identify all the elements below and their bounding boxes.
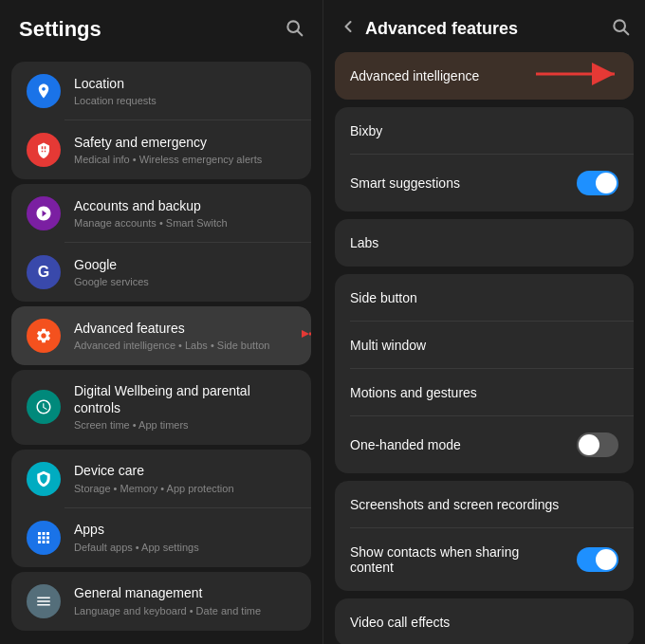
general-subtitle: Language and keyboard • Date and time [74, 604, 296, 617]
right-item-screenshots[interactable]: Screenshots and screen recordings [335, 481, 634, 528]
right-search-icon[interactable] [611, 17, 630, 41]
apps-subtitle: Default apps • App settings [74, 541, 296, 554]
side-button-title: Side button [350, 290, 417, 305]
right-settings-list: Advanced intelligence Bixby [323, 52, 645, 644]
wellbeing-subtitle: Screen time • App timers [74, 418, 296, 432]
right-item-side-button[interactable]: Side button [335, 274, 634, 322]
accounts-text: Accounts and backup Manage accounts • Sm… [74, 197, 296, 230]
right-item-advanced-intel[interactable]: Advanced intelligence [335, 52, 634, 100]
device-care-subtitle: Storage • Memory • App protection [74, 482, 296, 495]
settings-item-advanced[interactable]: Advanced features Advanced intelligence … [11, 306, 311, 365]
right-item-multi-window[interactable]: Multi window [335, 322, 634, 369]
right-item-labs[interactable]: Labs [335, 219, 634, 267]
screenshots-title: Screenshots and screen recordings [350, 497, 559, 512]
settings-item-google[interactable]: G Google Google services [11, 243, 311, 302]
video-effects-title: Video call effects [350, 615, 450, 630]
contacts-sharing-title: Show contacts when sharing content [350, 544, 549, 575]
contacts-sharing-knob [596, 549, 617, 570]
apps-icon [27, 521, 61, 555]
settings-group-6: General management Language and keyboard… [11, 572, 311, 631]
advanced-title: Advanced features [74, 320, 296, 337]
apps-text: Apps Default apps • App settings [74, 521, 296, 553]
smart-suggestions-toggle[interactable] [577, 171, 618, 195]
right-item-bixby[interactable]: Bixby [335, 107, 634, 155]
advanced-intel-title: Advanced intelligence [350, 68, 479, 83]
settings-item-location[interactable]: Location Location requests [11, 62, 311, 120]
google-icon: G [27, 255, 61, 289]
accounts-icon [27, 196, 61, 230]
back-button[interactable] [339, 17, 358, 41]
right-group-4: Side button Multi window Motions and ges… [335, 274, 634, 473]
advanced-subtitle: Advanced intelligence • Labs • Side butt… [74, 339, 296, 352]
toggle-knob [596, 173, 617, 193]
device-care-text: Device care Storage • Memory • App prote… [74, 462, 296, 494]
motions-title: Motions and gestures [350, 385, 477, 400]
general-icon [27, 584, 61, 618]
smart-suggestions-title: Smart suggestions [350, 175, 460, 191]
labs-title: Labs [350, 235, 378, 250]
right-item-contacts-sharing[interactable]: Show contacts when sharing content [335, 528, 634, 591]
wellbeing-icon [27, 390, 61, 424]
wellbeing-text: Digital Wellbeing and parental controls … [74, 382, 296, 432]
left-header: Settings [0, 0, 322, 53]
settings-item-device-care[interactable]: Device care Storage • Memory • App prote… [11, 450, 311, 508]
one-handed-title: One-handed mode [350, 437, 461, 452]
google-subtitle: Google services [74, 275, 296, 288]
settings-item-accounts[interactable]: Accounts and backup Manage accounts • Sm… [11, 184, 311, 243]
general-text: General management Language and keyboard… [74, 584, 296, 616]
safety-title: Safety and emergency [74, 134, 296, 151]
bixby-title: Bixby [350, 123, 382, 138]
settings-group-1: Location Location requests Safety and em… [11, 62, 311, 179]
safety-icon [27, 133, 61, 167]
left-panel: Settings Location Location requests [0, 0, 322, 644]
right-panel-title: Advanced features [365, 19, 518, 39]
right-group-2: Bixby Smart suggestions [335, 107, 634, 212]
right-header: Advanced features [323, 0, 645, 52]
right-item-video-effects[interactable]: Video call effects [335, 598, 634, 644]
right-item-motions[interactable]: Motions and gestures [335, 369, 634, 416]
one-handed-toggle[interactable] [577, 432, 618, 457]
one-handed-toggle-knob [579, 434, 599, 455]
google-text: Google Google services [74, 256, 296, 288]
location-title: Location [74, 75, 296, 92]
accounts-title: Accounts and backup [74, 197, 296, 214]
svg-line-1 [298, 30, 303, 35]
settings-item-wellbeing[interactable]: Digital Wellbeing and parental controls … [11, 370, 311, 445]
settings-item-apps[interactable]: Apps Default apps • App settings [11, 508, 311, 567]
location-subtitle: Location requests [74, 94, 296, 107]
device-care-title: Device care [74, 462, 296, 479]
right-group-6: Video call effects [335, 598, 634, 644]
settings-title: Settings [19, 17, 101, 42]
svg-line-5 [624, 30, 629, 35]
device-care-icon [27, 462, 61, 496]
multi-window-title: Multi window [350, 338, 426, 353]
contacts-sharing-toggle[interactable] [577, 547, 618, 572]
right-item-one-handed[interactable]: One-handed mode [335, 416, 634, 473]
right-header-left: Advanced features [339, 17, 518, 41]
settings-group-4: Digital Wellbeing and parental controls … [11, 370, 311, 445]
settings-item-safety[interactable]: Safety and emergency Medical info • Wire… [11, 120, 311, 179]
location-icon [27, 74, 61, 108]
safety-subtitle: Medical info • Wireless emergency alerts [74, 153, 296, 166]
right-group-5: Screenshots and screen recordings Show c… [335, 481, 634, 591]
settings-group-5: Device care Storage • Memory • App prote… [11, 450, 311, 567]
settings-group-2: Accounts and backup Manage accounts • Sm… [11, 184, 311, 302]
wellbeing-title: Digital Wellbeing and parental controls [74, 382, 296, 416]
accounts-subtitle: Manage accounts • Smart Switch [74, 216, 296, 230]
right-panel: Advanced features Advanced intelligence [322, 0, 645, 644]
safety-text: Safety and emergency Medical info • Wire… [74, 134, 296, 166]
location-text: Location Location requests [74, 75, 296, 107]
settings-group-3: Advanced features Advanced intelligence … [11, 306, 311, 365]
right-group-3: Labs [335, 219, 634, 267]
general-title: General management [74, 584, 296, 601]
right-item-smart-suggestions[interactable]: Smart suggestions [335, 155, 634, 212]
google-title: Google [74, 256, 296, 273]
advanced-icon [27, 319, 61, 353]
apps-title: Apps [74, 521, 296, 538]
advanced-text: Advanced features Advanced intelligence … [74, 320, 296, 352]
settings-list: Location Location requests Safety and em… [0, 53, 322, 644]
right-group-1: Advanced intelligence [335, 52, 634, 100]
settings-item-general[interactable]: General management Language and keyboard… [11, 572, 311, 631]
search-icon[interactable] [285, 18, 304, 42]
